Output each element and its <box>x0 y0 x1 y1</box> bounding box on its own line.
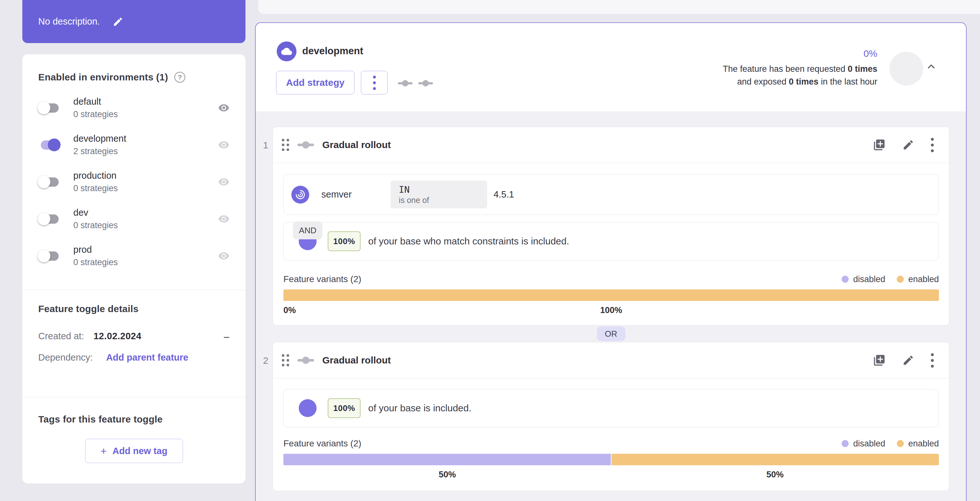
dependency-label: Dependency: <box>38 352 93 363</box>
environment-strategy-count: 0 strategies <box>73 110 118 119</box>
eye-icon <box>218 176 229 188</box>
visibility-toggle[interactable] <box>218 102 229 113</box>
feature-details-section: Feature toggle details Created at: 12.02… <box>22 290 245 397</box>
visibility-toggle[interactable] <box>218 213 229 225</box>
environment-name: production <box>73 171 118 180</box>
visibility-toggle[interactable] <box>218 250 229 262</box>
rollout-icon <box>418 79 433 88</box>
strategy-separator: OR <box>272 325 950 342</box>
copy-plus-icon <box>873 139 886 151</box>
strategy-card-2: 2 Gradual rollout 100% of your base is i… <box>272 342 950 491</box>
or-chip: OR <box>597 326 625 341</box>
tags-section: Tags for this feature toggle + Add new t… <box>22 397 245 463</box>
rollout-percentage-chip: 100% <box>328 398 361 418</box>
environment-row-default: default0 strategies <box>38 89 229 126</box>
kebab-icon <box>931 353 934 368</box>
help-icon[interactable]: ? <box>174 72 185 83</box>
collapse-environment-button[interactable] <box>926 62 936 72</box>
environment-toggle[interactable] <box>38 102 60 114</box>
environment-strategy-count: 0 strategies <box>73 184 118 193</box>
strategy-more-button[interactable] <box>931 353 934 368</box>
feature-description-card: No description. <box>22 0 245 43</box>
environment-toggle[interactable] <box>38 212 60 225</box>
add-new-tag-button[interactable]: + Add new tag <box>85 439 183 463</box>
enabled-dot <box>897 440 904 447</box>
rollout-icon <box>298 140 314 150</box>
operator-caption: is one of <box>399 195 479 205</box>
constraint-row: semver IN is one of 4.5.1 <box>283 174 939 215</box>
strategy-more-button[interactable] <box>931 138 934 152</box>
rollout-pie <box>299 399 317 417</box>
metrics-percent: 0% <box>864 46 877 61</box>
disabled-dot <box>842 440 849 447</box>
enabled-dot <box>897 276 904 283</box>
pencil-icon <box>902 354 914 366</box>
feature-description-text: No description. <box>38 16 100 27</box>
strategy-number: 2 <box>263 355 269 366</box>
rollout-description: of your base who match constraints is in… <box>368 236 569 247</box>
environment-name: prod <box>73 245 118 254</box>
environment-toggle[interactable] <box>38 176 60 188</box>
strategy-title: Gradual rollout <box>322 139 391 150</box>
created-at-label: Created at: <box>38 331 84 341</box>
environment-toggle[interactable] <box>38 249 60 262</box>
environment-strategy-count: 2 strategies <box>73 147 126 156</box>
metrics-donut-chart <box>889 52 923 86</box>
drag-handle-icon[interactable] <box>282 139 289 151</box>
environment-row-dev: dev0 strategies <box>38 200 229 238</box>
metrics-line-1: The feature has been requested 0 times <box>723 62 877 75</box>
edit-strategy-button[interactable] <box>902 139 914 151</box>
environment-name: dev <box>73 208 118 217</box>
rollout-percentage-chip: 100% <box>328 231 361 251</box>
cloud-icon <box>281 46 292 57</box>
constraint-context-name: semver <box>321 189 352 200</box>
environments-section: Enabled in environments (1) ? default0 s… <box>22 54 245 290</box>
rollout-description: of your base is included. <box>368 403 471 413</box>
add-parent-feature-link[interactable]: Add parent feature <box>106 352 188 363</box>
rollout-icon <box>398 79 412 88</box>
copy-strategy-button[interactable] <box>873 139 886 151</box>
environment-name: default <box>73 97 118 106</box>
edit-strategy-button[interactable] <box>902 354 914 366</box>
chevron-up-icon <box>926 62 936 72</box>
feature-details-title: Feature toggle details <box>38 303 229 314</box>
operator-code: IN <box>399 184 479 195</box>
environments-list: default0 strategies development2 strateg… <box>38 89 229 274</box>
tags-title: Tags for this feature toggle <box>38 414 229 425</box>
strategy-list: 1 Gradual rollout semver <box>256 112 966 491</box>
edit-description-button[interactable] <box>113 16 123 27</box>
copy-plus-icon <box>873 354 886 367</box>
rollout-icon <box>298 356 314 365</box>
constraint-spiral-icon <box>295 189 306 200</box>
rollout-row: 100% of your base who match constraints … <box>283 222 939 260</box>
environment-name: development <box>73 134 126 143</box>
variants-bar <box>283 454 939 465</box>
legend-disabled-label: disabled <box>853 439 885 449</box>
feature-variants-label: Feature variants (2) <box>283 274 361 284</box>
strategy-summary-icons <box>398 79 433 88</box>
rollout-row: 100% of your base is included. <box>283 389 939 427</box>
feature-sidebar: Enabled in environments (1) ? default0 s… <box>22 54 245 483</box>
kebab-icon <box>373 76 376 90</box>
visibility-toggle[interactable] <box>218 176 229 188</box>
environment-row-development: development2 strategies <box>38 126 229 163</box>
add-strategy-button[interactable]: Add strategy <box>276 71 355 94</box>
eye-icon <box>218 102 229 113</box>
environment-title: development <box>302 45 363 57</box>
drag-handle-icon[interactable] <box>282 354 289 366</box>
variants-legend: disabled enabled <box>842 274 939 284</box>
copy-strategy-button[interactable] <box>873 354 886 367</box>
eye-icon <box>218 250 229 262</box>
environment-strategy-count: 0 strategies <box>73 221 118 230</box>
environment-accordion-card: development Add strategy 0% The feature … <box>255 22 967 501</box>
constraint-value: 4.5.1 <box>493 189 514 200</box>
variants-bar <box>283 289 939 301</box>
environment-toggle[interactable] <box>38 139 60 151</box>
environment-more-button[interactable] <box>361 71 388 94</box>
collapse-details-button[interactable]: – <box>223 333 229 340</box>
environment-row-production: production0 strategies <box>38 163 229 200</box>
disabled-dot <box>842 276 849 283</box>
environment-row-prod: prod0 strategies <box>38 238 229 274</box>
visibility-toggle[interactable] <box>218 139 229 151</box>
plus-icon: + <box>100 445 107 456</box>
